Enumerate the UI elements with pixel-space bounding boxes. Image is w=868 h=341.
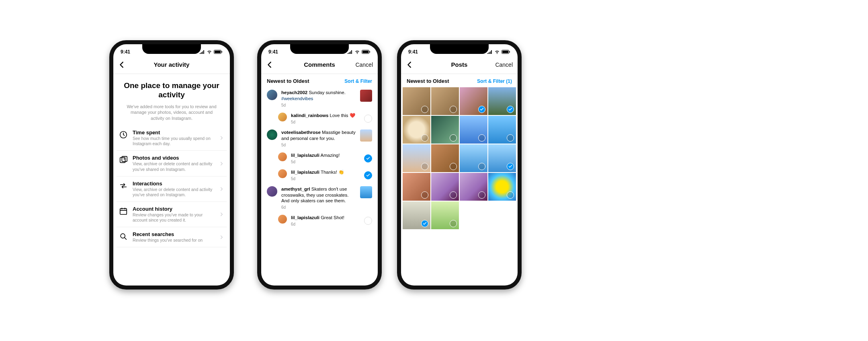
notch (142, 44, 201, 54)
post-tile[interactable] (488, 173, 516, 201)
back-button[interactable] (117, 60, 126, 69)
comment[interactable]: voteelisabethrose Masstige beauty and pe… (267, 127, 372, 150)
comment-username[interactable]: lil_lapislazuli (291, 215, 319, 220)
back-button[interactable] (265, 60, 274, 69)
post-tile[interactable] (460, 87, 487, 115)
cancel-button[interactable]: Cancel (355, 62, 373, 68)
avatar[interactable] (267, 186, 277, 197)
menu-item-search[interactable]: Recent searches Review things you've sea… (117, 227, 227, 247)
select-checkbox[interactable] (421, 134, 428, 142)
comment-username[interactable]: kalindi_rainbows (291, 113, 328, 118)
comment-username[interactable]: lil_lapislazuli (291, 170, 319, 175)
select-checkbox[interactable] (421, 163, 428, 170)
comment-text: Great Shot! (321, 215, 344, 220)
avatar[interactable] (267, 129, 277, 140)
chevron-right-icon (219, 212, 224, 217)
svg-rect-13 (510, 51, 510, 53)
select-checkbox[interactable] (450, 106, 457, 113)
select-checkbox[interactable] (364, 217, 372, 225)
post-tile[interactable] (460, 116, 487, 144)
menu-item-calendar[interactable]: Account history Review changes you've ma… (117, 202, 227, 227)
comment[interactable]: heyach2002 Sunday sunshine. #weekendvibe… (267, 87, 372, 110)
comment-thumbnail (360, 186, 372, 198)
comment-username[interactable]: heyach2002 (281, 90, 307, 95)
avatar[interactable] (267, 90, 277, 100)
comment-reply[interactable]: lil_lapislazuli Great Shot! 6d (267, 212, 372, 229)
cancel-button[interactable]: Cancel (495, 62, 513, 68)
select-checkbox[interactable] (364, 171, 372, 179)
wifi-icon (494, 50, 500, 54)
select-checkbox[interactable] (421, 220, 428, 227)
chevron-right-icon (219, 135, 224, 141)
select-checkbox[interactable] (478, 163, 485, 170)
comment-reply[interactable]: lil_lapislazuli Amazing! 5d (267, 150, 372, 167)
status-time: 9:41 (268, 49, 278, 55)
chevron-left-icon (265, 60, 274, 69)
select-checkbox[interactable] (478, 191, 485, 199)
avatar[interactable] (278, 152, 287, 161)
post-tile[interactable] (403, 201, 430, 229)
avatar[interactable] (278, 215, 287, 224)
media-icon (119, 156, 128, 164)
post-tile[interactable] (488, 144, 516, 172)
avatar[interactable] (278, 113, 287, 121)
status-time: 9:41 (121, 49, 130, 55)
post-tile[interactable] (431, 116, 459, 144)
select-checkbox[interactable] (421, 191, 428, 199)
screen-activity: 9:41 Your activity One place to manage y… (113, 44, 230, 286)
navbar: Your activity (113, 58, 230, 74)
select-checkbox[interactable] (507, 191, 514, 199)
chevron-left-icon (405, 60, 414, 69)
post-tile[interactable] (431, 144, 459, 172)
hashtag[interactable]: #weekendvibes (281, 96, 313, 101)
wifi-icon (207, 50, 212, 54)
select-checkbox[interactable] (450, 134, 457, 142)
post-tile[interactable] (431, 201, 459, 229)
comment-reply[interactable]: lil_lapislazuli Thanks! 👏 5d (267, 167, 372, 184)
select-checkbox[interactable] (364, 154, 372, 162)
menu-item-clock[interactable]: Time spent See how much time you usually… (117, 125, 227, 151)
comment-username[interactable]: lil_lapislazuli (291, 153, 319, 158)
comment-username[interactable]: voteelisabethrose (281, 130, 321, 135)
select-checkbox[interactable] (507, 163, 514, 170)
post-tile[interactable] (403, 173, 430, 201)
back-button[interactable] (405, 60, 414, 69)
select-checkbox[interactable] (450, 220, 457, 227)
svg-rect-10 (370, 51, 371, 53)
post-tile[interactable] (403, 87, 430, 115)
select-checkbox[interactable] (450, 191, 457, 199)
menu-item-title: Recent searches (133, 231, 214, 237)
comment-username[interactable]: amethyst_grl (281, 187, 310, 191)
comment-timestamp: 5d (281, 103, 356, 108)
post-tile[interactable] (488, 116, 516, 144)
select-checkbox[interactable] (450, 163, 457, 170)
sort-filter-button[interactable]: Sort & Filter (1) (477, 78, 512, 84)
select-checkbox[interactable] (421, 106, 428, 113)
post-tile[interactable] (488, 87, 516, 115)
post-tile[interactable] (460, 173, 487, 201)
select-checkbox[interactable] (507, 106, 514, 113)
select-checkbox[interactable] (364, 115, 372, 123)
comment-timestamp: 6d (291, 222, 360, 227)
chevron-right-icon (219, 234, 224, 240)
post-tile[interactable] (403, 144, 430, 172)
post-tile[interactable] (403, 116, 430, 144)
avatar[interactable] (278, 169, 287, 178)
select-checkbox[interactable] (478, 106, 485, 113)
svg-rect-2 (222, 51, 223, 53)
menu-item-title: Interactions (133, 181, 214, 187)
comment-reply[interactable]: kalindi_rainbows Love this ❤️ 5d (267, 110, 372, 127)
post-tile[interactable] (431, 87, 459, 115)
comment-text: Love this ❤️ (330, 113, 355, 118)
menu-item-title: Time spent (133, 129, 214, 136)
comment-timestamp: 5d (291, 119, 360, 125)
menu-item-arrows[interactable]: Interactions View, archive or delete con… (117, 177, 227, 202)
comment[interactable]: amethyst_grl Skaters don't use crosswalk… (267, 184, 372, 213)
menu-item-media[interactable]: Photos and videos View, archive or delet… (117, 151, 227, 176)
select-checkbox[interactable] (507, 134, 514, 142)
sort-filter-button[interactable]: Sort & Filter (344, 78, 372, 84)
post-tile[interactable] (460, 144, 487, 172)
post-tile[interactable] (431, 173, 459, 201)
search-icon (119, 232, 128, 241)
select-checkbox[interactable] (478, 134, 485, 142)
